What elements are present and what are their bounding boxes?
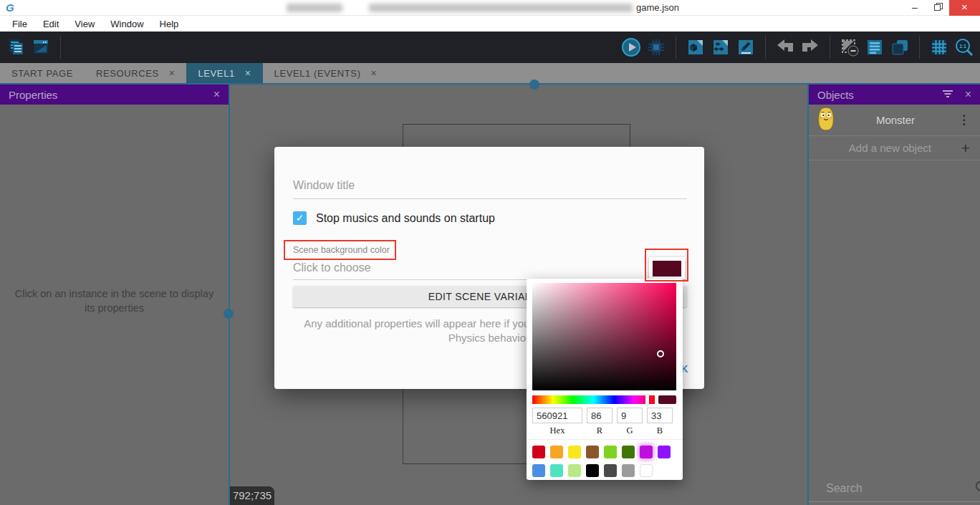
green-input[interactable] (617, 408, 643, 423)
minimize-button[interactable]: – (904, 0, 926, 16)
hue-slider-handle[interactable] (645, 395, 649, 405)
object-menu-kebab-icon[interactable]: ⋮ (955, 112, 973, 128)
tab-label: LEVEL1 (EVENTS) (274, 68, 361, 79)
blue-label: B (647, 425, 673, 436)
saturation-value-area[interactable] (532, 283, 676, 390)
color-field-value[interactable]: Click to choose (293, 261, 371, 274)
zoom-1-1-icon[interactable]: 1:1 (954, 37, 974, 57)
objects-search-input[interactable] (826, 482, 974, 495)
right-split-border[interactable] (807, 83, 809, 505)
add-multiple-objects-icon[interactable] (711, 37, 731, 57)
object-name: Monster (836, 114, 955, 126)
color-picker-popover: Hex R G B (527, 279, 683, 480)
red-input[interactable] (587, 408, 612, 423)
plus-icon[interactable]: + (961, 140, 970, 157)
preset-swatch[interactable] (532, 446, 545, 458)
tab-start-page[interactable]: START PAGE (0, 63, 85, 83)
redacted-path-blur (287, 4, 342, 12)
delete-instances-icon[interactable] (840, 37, 860, 57)
preset-swatch[interactable] (550, 446, 563, 458)
preset-swatch[interactable] (604, 464, 617, 477)
hue-slider[interactable] (532, 395, 655, 404)
picker-current-color-swatch (658, 395, 676, 404)
object-list-item-monster[interactable]: Monster ⋮ (809, 105, 980, 136)
tab-level1[interactable]: LEVEL1 × (186, 63, 262, 83)
cursor-coordinates-badge: 792;735 (230, 486, 274, 505)
preset-swatch[interactable] (550, 464, 563, 477)
preset-swatches-row (532, 446, 671, 458)
close-panel-icon[interactable]: × (965, 88, 971, 101)
menu-edit[interactable]: Edit (37, 17, 65, 31)
debug-icon[interactable] (646, 37, 666, 57)
tab-level1-events[interactable]: LEVEL1 (EVENTS) × (263, 63, 389, 83)
start-page-window-icon[interactable] (31, 37, 51, 57)
preset-swatch[interactable] (658, 446, 671, 458)
annotation-box-color-swatch (645, 249, 688, 282)
svg-text:1:1: 1:1 (959, 44, 966, 49)
properties-panel-title: Properties (9, 89, 213, 101)
tab-close-icon[interactable]: × (371, 67, 378, 79)
add-new-object-row[interactable]: Add a new object + (809, 136, 980, 160)
split-drag-handle[interactable] (529, 80, 539, 90)
toolbar-divider (919, 36, 920, 59)
left-split-border[interactable] (229, 83, 230, 505)
annotation-box-scene-background-color (284, 240, 396, 260)
objects-panel-header: Objects × (809, 85, 980, 105)
redo-icon[interactable] (800, 37, 820, 57)
restore-button[interactable] (927, 0, 948, 16)
blue-input[interactable] (647, 408, 673, 423)
menu-window[interactable]: Window (104, 17, 150, 31)
preset-swatch[interactable] (622, 464, 635, 477)
window-title-field[interactable] (293, 179, 687, 192)
edit-scene-icon[interactable] (736, 37, 756, 57)
properties-panel-header: Properties × (0, 85, 229, 105)
preset-swatch-selected[interactable] (640, 446, 653, 458)
gdevelop-logo-icon: G (6, 1, 14, 14)
title-bar: G game.json – × (0, 0, 980, 16)
add-object-icon[interactable] (686, 37, 706, 57)
filter-icon[interactable] (942, 88, 953, 101)
stop-musics-row[interactable]: ✓ Stop musics and sounds on startup (293, 211, 495, 225)
close-button[interactable]: × (949, 0, 980, 16)
menu-view[interactable]: View (68, 17, 101, 31)
tab-close-icon[interactable]: × (245, 67, 251, 79)
tab-resources[interactable]: RESOURCES × (85, 63, 187, 83)
preset-swatch[interactable] (604, 446, 617, 458)
layers-icon[interactable] (890, 37, 910, 57)
project-manager-icon[interactable] (6, 37, 26, 57)
grid-icon[interactable] (929, 37, 949, 57)
tab-label: RESOURCES (96, 68, 159, 79)
play-icon[interactable] (621, 37, 641, 57)
instances-list-icon[interactable] (865, 37, 885, 57)
menu-file[interactable]: File (6, 17, 34, 31)
tab-close-icon[interactable]: × (169, 67, 176, 79)
preset-swatches-row (532, 464, 653, 477)
preset-swatch[interactable] (532, 464, 545, 477)
checkbox-checked-icon[interactable]: ✓ (293, 211, 307, 225)
hex-label: Hex (532, 425, 582, 436)
preset-swatch[interactable] (622, 446, 635, 458)
color-marker[interactable] (657, 350, 664, 357)
preset-swatch[interactable] (568, 464, 581, 477)
hex-input[interactable] (532, 408, 582, 423)
preset-swatch[interactable] (640, 464, 653, 477)
preset-swatch[interactable] (586, 464, 599, 477)
restore-icon (934, 4, 941, 11)
undo-icon[interactable] (775, 37, 795, 57)
tab-label: START PAGE (11, 68, 73, 79)
toolbar: 1:1 (0, 32, 980, 63)
picker-divider (527, 439, 683, 440)
menu-help[interactable]: Help (153, 17, 186, 31)
objects-search-row (809, 475, 980, 502)
preset-swatch[interactable] (568, 446, 581, 458)
window-title-filename: game.json (636, 2, 679, 13)
checkbox-label: Stop musics and sounds on startup (316, 212, 495, 225)
preset-swatch[interactable] (586, 446, 599, 458)
add-object-label: Add a new object (819, 142, 961, 154)
split-drag-handle[interactable] (224, 309, 234, 319)
field-underline (293, 198, 687, 199)
search-icon[interactable] (974, 480, 980, 497)
objects-panel-title: Objects (817, 89, 942, 101)
close-panel-icon[interactable]: × (213, 88, 220, 101)
tab-label: LEVEL1 (198, 68, 234, 79)
